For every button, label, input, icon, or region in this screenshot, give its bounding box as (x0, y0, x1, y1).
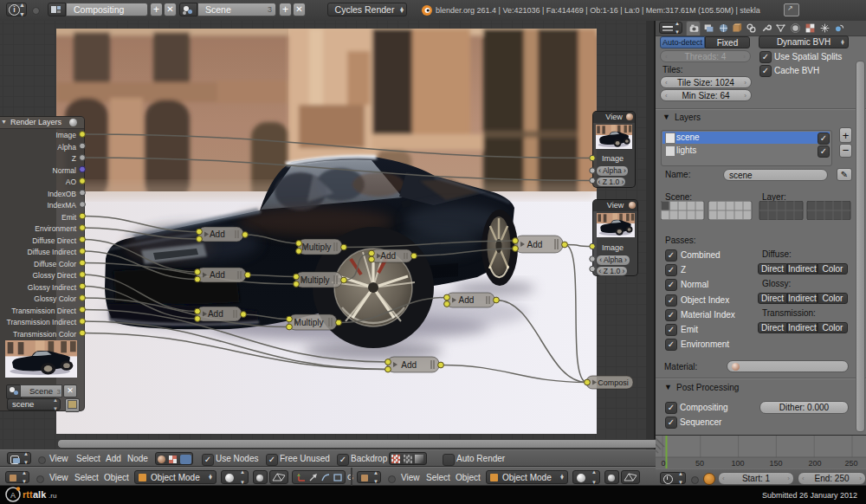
svg-text:Add: Add (380, 251, 396, 261)
svg-text:50: 50 (695, 459, 704, 468)
svg-text:Add: Add (401, 360, 417, 370)
svg-text:Add: Add (459, 295, 475, 305)
svg-text:100: 100 (731, 459, 744, 468)
svg-text:Add: Add (208, 309, 223, 319)
svg-text:Composi: Composi (598, 378, 629, 387)
svg-text:Add: Add (210, 270, 225, 280)
svg-text:0: 0 (661, 459, 665, 468)
svg-text:150: 150 (769, 459, 782, 468)
svg-text:.ru: .ru (48, 492, 56, 500)
svg-text:Add: Add (210, 229, 225, 239)
svg-text:Add: Add (527, 240, 543, 249)
svg-text:alk: alk (33, 489, 47, 500)
svg-text:200: 200 (808, 459, 821, 468)
svg-text:A: A (10, 491, 16, 500)
svg-text:rtt: rtt (23, 489, 33, 500)
svg-text:250: 250 (844, 459, 857, 468)
